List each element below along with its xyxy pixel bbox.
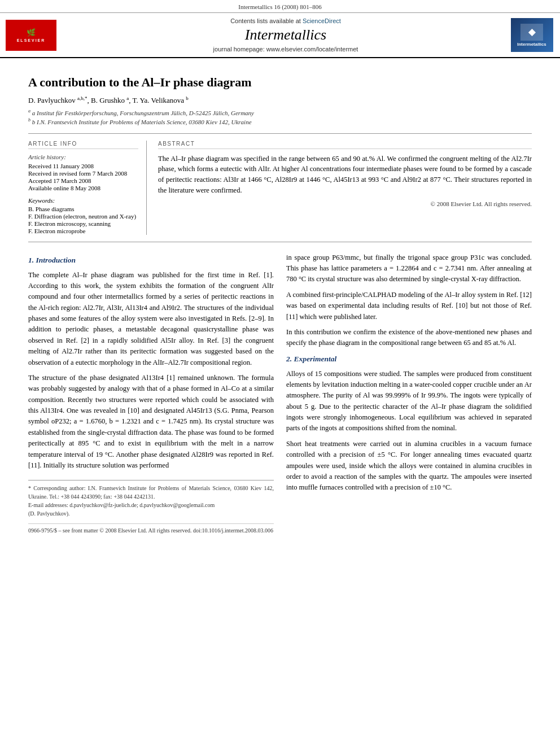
journal-homepage: journal homepage: www.elsevier.com/locat… — [213, 46, 358, 53]
intro-para-1: The complete Al–Ir phase diagram was pub… — [28, 270, 274, 368]
abstract-section: ABSTRACT The Al–Ir phase diagram was spe… — [158, 141, 532, 235]
intro-para-2: The structure of the phase designated Al… — [28, 373, 274, 471]
sciencedirect-line: Contents lists available at ScienceDirec… — [230, 18, 341, 24]
journal-header: 🌿 ELSEVIER Contents lists available at S… — [0, 13, 560, 58]
authors-text: D. Pavlyuchkov a,b,*, B. Grushko a, T. Y… — [28, 96, 189, 104]
footnote-email-line: E-mail addresses: d.pavlyuchkov@fz-jueli… — [28, 501, 274, 509]
available-date: Available online 8 May 2008 — [28, 185, 138, 191]
accepted-date: Accepted 17 March 2008 — [28, 177, 138, 184]
received-revised-date: Received in revised form 7 March 2008 — [28, 170, 138, 177]
elsevier-logo: 🌿 ELSEVIER — [6, 20, 56, 51]
keyword-4: F. Electron microprobe — [28, 228, 138, 234]
affil-1: a a Institut für Festkörperforschung, Fo… — [28, 108, 532, 116]
body-col-left: 1. Introduction The complete Al–Ir phase… — [28, 252, 274, 535]
footnote-email: E-mail addresses: d.pavlyuchkov@fz-jueli… — [28, 502, 215, 508]
intro-heading: 1. Introduction — [28, 255, 274, 267]
footnote-asterisk: * Corresponding author: I.N. Frantsevich… — [28, 484, 274, 501]
experimental-heading: 2. Experimental — [286, 353, 532, 365]
journal-title-area: Contents lists available at ScienceDirec… — [68, 18, 504, 53]
journal-ref-text: Intermetallics 16 (2008) 801–806 — [238, 3, 322, 10]
authors-line: D. Pavlyuchkov a,b,*, B. Grushko a, T. Y… — [28, 95, 532, 105]
affiliations: a a Institut für Festkörperforschung, Fo… — [28, 108, 532, 125]
body-two-col: 1. Introduction The complete Al–Ir phase… — [28, 252, 532, 535]
article-title: A contribution to the Al–Ir phase diagra… — [28, 75, 532, 90]
logo-image: ◆ — [520, 24, 543, 41]
experimental-para-2: Short heat treatments were carried out i… — [286, 439, 532, 493]
sciencedirect-label: Contents lists available at — [230, 18, 301, 24]
abstract-label: ABSTRACT — [158, 141, 532, 149]
article-info-abstract-section: ARTICLE INFO Article history: Received 1… — [28, 133, 532, 242]
sciencedirect-link[interactable]: ScienceDirect — [303, 18, 341, 24]
intro-right-para-3: In this contribution we confirm the exis… — [286, 327, 532, 349]
journal-reference: Intermetallics 16 (2008) 801–806 — [0, 0, 560, 13]
journal-name: Intermetallics — [245, 27, 326, 43]
received-date: Received 11 January 2008 — [28, 163, 138, 169]
elsevier-logo-area: 🌿 ELSEVIER — [6, 18, 62, 53]
intermetallics-logo: ◆ Intermetallics — [511, 18, 553, 52]
keyword-2: F. Diffraction (electron, neutron and X-… — [28, 213, 138, 220]
footnote-area: * Corresponding author: I.N. Frantsevich… — [28, 484, 274, 518]
experimental-para-1: Alloys of 15 compositions were studied. … — [286, 369, 532, 434]
paper-body: A contribution to the Al–Ir phase diagra… — [0, 58, 560, 547]
affil-2: b b I.N. Frantsevich Institute for Probl… — [28, 117, 532, 125]
elsevier-label: ELSEVIER — [17, 38, 46, 42]
body-col-right: in space group P63/mmc, but finally the … — [286, 252, 532, 535]
intro-right-para-1: in space group P63/mmc, but finally the … — [286, 252, 532, 285]
homepage-label: journal homepage: www.elsevier.com/locat… — [213, 46, 358, 53]
intro-right-para-2: A combined first-principle/CALPHAD model… — [286, 290, 532, 322]
article-info-label: ARTICLE INFO — [28, 141, 138, 149]
keyword-3: F. Electron microscopy, scanning — [28, 220, 138, 227]
abstract-text: The Al–Ir phase diagram was specified in… — [158, 154, 532, 196]
affil-1-text: a Institut für Festkörperforschung, Fors… — [32, 110, 254, 116]
logo-text: Intermetallics — [517, 42, 546, 47]
footnote-divider — [28, 480, 274, 484]
keyword-1: B. Phase diagrams — [28, 206, 138, 212]
abstract-copyright: © 2008 Elsevier Ltd. All rights reserved… — [158, 200, 532, 207]
keywords-label: Keywords: — [28, 197, 138, 204]
affil-2-text: b I.N. Frantsevich Institute for Problem… — [32, 119, 252, 125]
footnote-name: (D. Pavlyuchkov). — [28, 509, 274, 518]
article-info-left: ARTICLE INFO Article history: Received 1… — [28, 141, 147, 235]
copyright-bar: 0966-9795/$ – see front matter © 2008 El… — [28, 523, 274, 535]
history-label: Article history: — [28, 154, 138, 160]
intermetallics-logo-area: ◆ Intermetallics — [509, 18, 554, 53]
